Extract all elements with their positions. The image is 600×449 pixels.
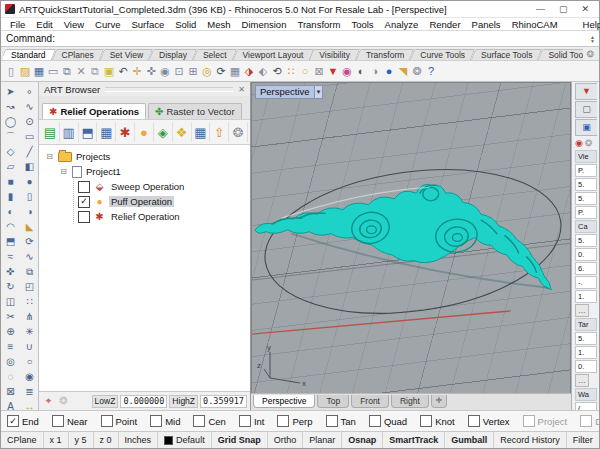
polyline-icon[interactable]: ↝ (3, 100, 19, 114)
tree-node-project1[interactable]: ⊟ Project1 (59, 164, 250, 179)
property-row[interactable]: 6. (575, 262, 597, 275)
lock-icon[interactable]: ⊠ (312, 63, 326, 80)
undo-icon[interactable]: ↶ (116, 63, 130, 80)
tab-transform[interactable]: Transform (358, 49, 412, 60)
plugin-icon[interactable]: ❖ (173, 122, 192, 142)
osnap-perp[interactable]: ✓ Perp (277, 415, 312, 427)
viewport-title[interactable]: Perspective (255, 85, 315, 99)
revolve-icon[interactable]: ⟳ (22, 235, 38, 249)
sweep-operation-item[interactable]: ✓ ⬙ Sweep Operation (74, 179, 250, 194)
status-y[interactable]: y 5 (69, 432, 94, 448)
boolean-union-icon[interactable]: ◐ (3, 205, 19, 219)
collapse-icon[interactable]: ⊟ (45, 152, 54, 161)
status-x[interactable]: x 1 (44, 432, 69, 448)
copy-object-icon[interactable]: ⧉ (22, 265, 38, 279)
osnap-checkbox[interactable]: ✓ (52, 415, 64, 427)
zoom-icon[interactable]: ◉ (158, 63, 172, 80)
zoom-selected-icon[interactable]: ◎ (200, 63, 214, 80)
viewport-title-dropdown[interactable]: Perspective ▾ (255, 85, 323, 99)
property-row[interactable]: P. (575, 206, 597, 219)
explode-icon[interactable]: ✳ (22, 325, 38, 339)
toggle-osnap[interactable]: Osnap (342, 432, 383, 448)
new-file-icon[interactable]: ▯ (4, 63, 18, 80)
panel-close-icon[interactable]: ✕ (238, 85, 245, 94)
osnap-tan[interactable]: ✓ Tan (326, 415, 356, 427)
property-row[interactable]: … (575, 374, 589, 387)
polygon-icon[interactable]: ◇ (3, 145, 19, 159)
trim-icon[interactable]: ✂ (3, 310, 19, 324)
property-row[interactable]: 0. (575, 248, 597, 261)
menu-edit[interactable]: Edit (31, 19, 57, 30)
toggle-grid-snap[interactable]: Grid Snap (212, 432, 268, 448)
display-tab[interactable]: ▢ (575, 101, 597, 118)
property-row[interactable]: -. (575, 276, 597, 289)
cylinder-icon[interactable]: ▮ (3, 190, 19, 204)
osnap-checkbox[interactable]: ✓ (580, 415, 592, 427)
point-icon[interactable]: ∘ (22, 85, 38, 99)
rendered-view-icon[interactable]: ● (382, 63, 396, 80)
mirror-icon[interactable]: ◫ (3, 295, 19, 309)
pipe-icon[interactable]: ▯ (22, 190, 38, 204)
osnap-vertex[interactable]: ✓ Vertex (468, 415, 510, 427)
property-row[interactable]: … (575, 304, 589, 317)
render-preview-icon[interactable]: ⬖ (256, 63, 270, 80)
property-row[interactable]: Vie (575, 150, 597, 163)
property-row[interactable]: 5. (575, 234, 597, 247)
osnap-int[interactable]: ✓ Int (239, 415, 265, 427)
art-settings-icon[interactable]: ❂ (229, 122, 248, 142)
toggle-filter[interactable]: Filter (567, 432, 599, 448)
osnap-knot[interactable]: ✓ Knot (420, 415, 455, 427)
viewport-tab-front[interactable]: Front (351, 395, 389, 408)
scale-icon[interactable]: ◰ (22, 280, 38, 294)
selection-filter-icon[interactable]: ◥ (396, 63, 410, 80)
line-icon[interactable]: ╱ (22, 145, 38, 159)
toggle-gumball[interactable]: Gumball (445, 432, 494, 448)
morph-operation-icon[interactable]: ◈ (154, 122, 173, 142)
osnap-checkbox[interactable]: ✓ (7, 415, 19, 427)
save-project-icon[interactable]: ▦ (192, 122, 211, 142)
menu-view[interactable]: View (59, 19, 89, 30)
join-icon[interactable]: ⊕ (3, 325, 19, 339)
toggle-ortho[interactable]: Ortho (268, 432, 304, 448)
array-icon[interactable]: ∷ (22, 295, 38, 309)
osnap-point[interactable]: ✓ Point (101, 415, 138, 427)
group-icon[interactable]: ◎ (3, 355, 19, 369)
tab-raster-to-vector[interactable]: ✤ Raster to Vector (148, 103, 242, 119)
property-row[interactable]: 5. (575, 332, 597, 345)
photo-tab[interactable]: ▣ (575, 119, 597, 136)
tab-curve-tools[interactable]: Curve Tools (412, 49, 473, 60)
loft-icon[interactable]: ≈ (3, 250, 19, 264)
toggle-planar[interactable]: Planar (303, 432, 342, 448)
delete-icon[interactable]: ✕ (74, 63, 88, 80)
osnap-checkbox[interactable]: ✓ (193, 415, 205, 427)
panel-grip[interactable] (105, 87, 233, 92)
axes-icon[interactable]: ⌖ (42, 395, 55, 407)
layer-icon[interactable]: ≣ (22, 385, 38, 399)
text-icon[interactable]: A (3, 400, 19, 411)
osnap-end[interactable]: ✓ End (7, 415, 39, 427)
rotate-object-icon[interactable]: ↻ (3, 280, 19, 294)
sphere-icon[interactable]: ● (22, 175, 38, 189)
property-row[interactable]: Ca (575, 220, 597, 233)
relief-operation-icon[interactable]: ✱ (116, 122, 135, 142)
menu-render[interactable]: Render (424, 19, 465, 30)
extrude-icon[interactable]: ⬒ (3, 235, 19, 249)
property-row[interactable]: Tar (575, 318, 597, 331)
material-tab[interactable]: ▼ (575, 83, 597, 100)
select-arrow-icon[interactable]: ➤ (3, 85, 19, 99)
zoom-extents-icon[interactable]: ⊞ (186, 63, 200, 80)
maximize-button[interactable]: ▢ (559, 4, 568, 14)
chevron-down-icon[interactable]: ▾ (315, 85, 324, 99)
viewport-layout-icon[interactable]: ▦ (228, 63, 242, 80)
osnap-mid[interactable]: ✓ Mid (150, 415, 180, 427)
print-icon[interactable]: ▭ (46, 63, 60, 80)
shaded-view-icon[interactable]: ◐ (354, 63, 368, 80)
arc-icon[interactable]: ⌒ (3, 130, 19, 144)
copy-icon[interactable]: ⧉ (88, 63, 102, 80)
osnap-checkbox[interactable]: ✓ (277, 415, 289, 427)
split-icon[interactable]: ⋔ (22, 310, 38, 324)
options-gears-icon[interactable]: ❂ (410, 63, 424, 80)
scroll-down-icon[interactable]: ▼ (590, 39, 595, 43)
pan-icon[interactable]: ✛ (130, 63, 144, 80)
property-row[interactable]: 1. (575, 290, 597, 303)
